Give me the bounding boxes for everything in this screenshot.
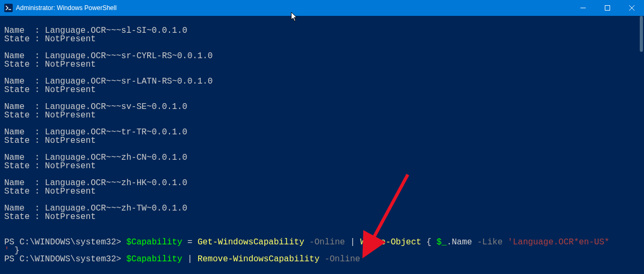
titlebar[interactable]: Administrator: Windows PowerShell bbox=[0, 0, 644, 16]
blank-line bbox=[4, 230, 640, 238]
terminal-line: Name : Language.OCR~~~zh-TW~0.0.1.0 bbox=[4, 204, 640, 213]
terminal-output[interactable]: Name : Language.OCR~~~sl-SI~0.0.1.0State… bbox=[0, 16, 644, 274]
window-controls bbox=[571, 0, 644, 16]
terminal-line: State : NotPresent bbox=[4, 35, 640, 43]
terminal-line: State : NotPresent bbox=[4, 86, 640, 94]
titlebar-left: Administrator: Windows PowerShell bbox=[0, 4, 117, 12]
blank-line bbox=[4, 69, 640, 77]
blank-line bbox=[4, 120, 640, 128]
close-button[interactable] bbox=[620, 0, 644, 16]
blank-line bbox=[4, 145, 640, 153]
scrollbar-thumb[interactable] bbox=[640, 16, 643, 52]
blank-line bbox=[4, 43, 640, 52]
blank-line bbox=[4, 221, 640, 230]
terminal-line: State : NotPresent bbox=[4, 187, 640, 196]
terminal-line: State : NotPresent bbox=[4, 162, 640, 170]
terminal-line: PS C:\WINDOWS\system32> $Capability = Ge… bbox=[4, 238, 640, 246]
terminal-line: Name : Language.OCR~~~sr-LATN-RS~0.0.1.0 bbox=[4, 77, 640, 86]
minimize-button[interactable] bbox=[571, 0, 595, 16]
blank-line bbox=[4, 196, 640, 204]
window-title: Administrator: Windows PowerShell bbox=[16, 4, 117, 12]
scrollbar-vertical[interactable] bbox=[636, 16, 644, 274]
terminal-line: State : NotPresent bbox=[4, 213, 640, 221]
terminal-line: State : NotPresent bbox=[4, 136, 640, 145]
terminal-line: Name : Language.OCR~~~sl-SI~0.0.1.0 bbox=[4, 26, 640, 35]
blank-line bbox=[4, 94, 640, 103]
terminal-line: Name : Language.OCR~~~zh-HK~0.0.1.0 bbox=[4, 179, 640, 187]
terminal-line: PS C:\WINDOWS\system32> $Capability | Re… bbox=[4, 255, 640, 263]
terminal-line: Name : Language.OCR~~~zh-CN~0.0.1.0 bbox=[4, 153, 640, 162]
terminal-line: State : NotPresent bbox=[4, 60, 640, 69]
terminal-line: ' } bbox=[4, 246, 640, 255]
maximize-button[interactable] bbox=[595, 0, 620, 16]
powershell-icon bbox=[4, 4, 13, 12]
svg-rect-1 bbox=[605, 6, 610, 11]
terminal-line: Name : Language.OCR~~~tr-TR~0.0.1.0 bbox=[4, 128, 640, 136]
terminal-line: State : NotPresent bbox=[4, 111, 640, 120]
blank-line bbox=[4, 18, 640, 26]
terminal-line: Name : Language.OCR~~~sv-SE~0.0.1.0 bbox=[4, 103, 640, 111]
terminal-line: Name : Language.OCR~~~sr-CYRL-RS~0.0.1.0 bbox=[4, 52, 640, 60]
powershell-window: Administrator: Windows PowerShell Name :… bbox=[0, 0, 644, 274]
blank-line bbox=[4, 170, 640, 179]
